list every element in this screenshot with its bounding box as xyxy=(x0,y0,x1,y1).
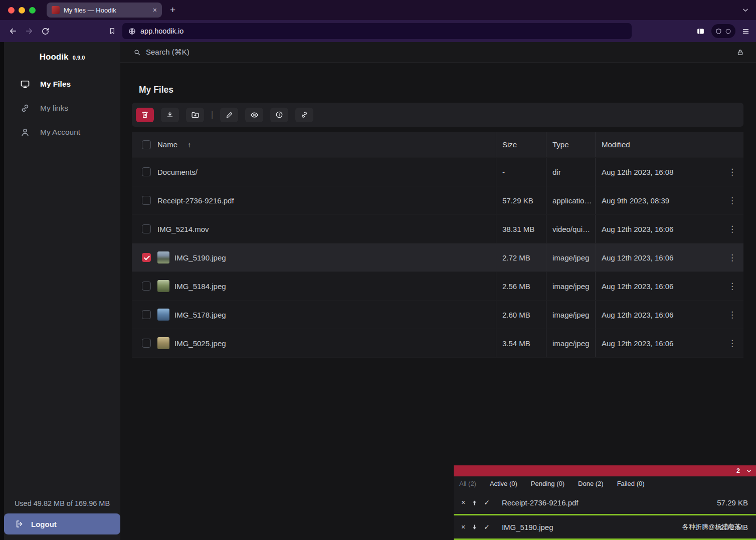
transfers-tabs: All (2) Active (0) Pending (0) Done (2) … xyxy=(454,476,756,491)
page-title: My Files xyxy=(139,85,743,95)
sidebar-item-my-files[interactable]: My Files xyxy=(4,72,120,96)
row-menu-button[interactable]: ⋮ xyxy=(721,243,743,272)
row-menu-button[interactable]: ⋮ xyxy=(721,272,743,300)
row-checkbox[interactable] xyxy=(142,167,151,176)
brand-name: Hoodik xyxy=(40,52,69,62)
preview-button[interactable] xyxy=(245,108,263,122)
zoom-window-button[interactable] xyxy=(29,7,36,14)
column-header-modified[interactable]: Modified xyxy=(595,132,721,157)
logout-icon xyxy=(15,519,24,528)
cancel-transfer-icon[interactable]: × xyxy=(461,498,465,506)
sort-ascending-icon: ↑ xyxy=(187,141,191,149)
files-table-header: Name ↑ Size Type Modified xyxy=(132,132,743,158)
bookmark-icon[interactable] xyxy=(108,27,116,35)
file-name: IMG_5190.jpeg xyxy=(174,253,226,262)
reload-button[interactable] xyxy=(38,24,52,38)
sidebar-item-my-links[interactable]: My links xyxy=(4,96,120,120)
download-button[interactable] xyxy=(161,108,179,122)
back-button[interactable] xyxy=(6,24,20,38)
browser-titlebar: My files — Hoodik × + xyxy=(0,0,756,20)
table-row[interactable]: Documents/ - dir Aug 12th 2023, 16:08 ⋮ xyxy=(132,158,743,186)
sidebar-nav: My Files My links My Account xyxy=(4,72,120,144)
file-type: video/qui… xyxy=(546,215,595,243)
tab-failed[interactable]: Failed (0) xyxy=(617,480,645,487)
transfer-file-name: Receipt-2736-9216.pdf xyxy=(495,498,711,507)
logout-button[interactable]: Logout xyxy=(4,513,120,534)
browser-toolbar: app.hoodik.io xyxy=(0,20,756,42)
toolbar-separator: | xyxy=(211,110,213,119)
file-type: dir xyxy=(546,158,595,186)
file-name: Receipt-2736-9216.pdf xyxy=(157,196,234,205)
row-menu-button[interactable]: ⋮ xyxy=(721,186,743,214)
tab-pending[interactable]: Pending (0) xyxy=(531,480,564,487)
tab-active[interactable]: Active (0) xyxy=(490,480,517,487)
collapse-chevron-icon[interactable] xyxy=(746,468,752,474)
column-header-name[interactable]: Name ↑ xyxy=(153,132,496,157)
file-modified: Aug 12th 2023, 16:06 xyxy=(595,272,721,300)
row-menu-button[interactable]: ⋮ xyxy=(721,329,743,357)
transfers-panel: 2 All (2) Active (0) Pending (0) Done (2… xyxy=(454,465,756,540)
row-checkbox[interactable] xyxy=(142,310,151,319)
new-folder-button[interactable] xyxy=(186,108,204,122)
new-tab-button[interactable]: + xyxy=(170,5,175,16)
file-size: - xyxy=(496,158,546,186)
file-type: image/jpeg xyxy=(546,272,595,300)
extensions-pill[interactable] xyxy=(711,24,735,38)
table-row[interactable]: Receipt-2736-9216.pdf 57.29 KB applicati… xyxy=(132,186,743,215)
storage-usage-text: Used 49.82 MB of 169.96 MB xyxy=(4,499,120,507)
sidebar-item-label: My links xyxy=(40,104,68,113)
search-bar[interactable]: Search (⌘K) xyxy=(120,42,756,63)
sidebar-toggle-icon[interactable] xyxy=(696,27,705,36)
rename-button[interactable] xyxy=(220,108,238,122)
row-checkbox-checked[interactable] xyxy=(142,253,151,262)
brand-version: 0.9.0 xyxy=(73,55,85,61)
row-menu-button[interactable]: ⋮ xyxy=(721,158,743,186)
files-content: My Files | xyxy=(120,63,756,358)
tab-done[interactable]: Done (2) xyxy=(578,480,604,487)
lock-icon[interactable] xyxy=(736,49,744,56)
done-check-icon: ✓ xyxy=(484,498,490,506)
file-size: 57.29 KB xyxy=(496,186,546,214)
row-menu-button[interactable]: ⋮ xyxy=(721,301,743,329)
close-window-button[interactable] xyxy=(8,7,15,14)
delete-button[interactable] xyxy=(136,108,154,122)
tab-close-icon[interactable]: × xyxy=(153,6,157,14)
table-row-selected[interactable]: IMG_5190.jpeg 2.72 MB image/jpeg Aug 12t… xyxy=(132,243,743,272)
file-name: IMG_5025.jpeg xyxy=(174,339,226,348)
minimize-window-button[interactable] xyxy=(19,7,25,14)
cancel-transfer-icon[interactable]: × xyxy=(461,523,465,531)
link-icon xyxy=(20,103,30,113)
file-thumbnail xyxy=(157,280,169,292)
table-row[interactable]: IMG_5025.jpeg 3.54 MB image/jpeg Aug 12t… xyxy=(132,329,743,358)
row-checkbox[interactable] xyxy=(142,224,151,233)
row-checkbox[interactable] xyxy=(142,196,151,205)
column-header-size[interactable]: Size xyxy=(496,132,546,157)
select-all-checkbox[interactable] xyxy=(142,140,151,149)
column-header-type[interactable]: Type xyxy=(546,132,595,157)
row-menu-button[interactable]: ⋮ xyxy=(721,215,743,243)
menu-icon[interactable] xyxy=(741,28,750,35)
row-checkbox[interactable] xyxy=(142,339,151,348)
row-checkbox[interactable] xyxy=(142,282,151,291)
file-type: image/jpeg xyxy=(546,329,595,357)
search-icon xyxy=(133,49,141,56)
person-icon xyxy=(20,127,30,137)
share-link-button[interactable] xyxy=(295,108,313,122)
sidebar-item-label: My Account xyxy=(40,128,80,137)
tab-list-chevron-icon[interactable] xyxy=(742,7,749,14)
transfers-header[interactable]: 2 xyxy=(454,465,756,476)
download-arrow-icon xyxy=(471,523,478,531)
browser-tab[interactable]: My files — Hoodik × xyxy=(47,3,162,18)
table-row[interactable]: IMG_5214.mov 38.31 MB video/qui… Aug 12t… xyxy=(132,215,743,243)
url-bar[interactable]: app.hoodik.io xyxy=(122,23,632,39)
tab-all[interactable]: All (2) xyxy=(459,480,476,487)
sidebar-item-my-account[interactable]: My Account xyxy=(4,120,120,144)
info-button[interactable] xyxy=(270,108,288,122)
file-thumbnail xyxy=(157,309,169,321)
table-row[interactable]: IMG_5184.jpeg 2.56 MB image/jpeg Aug 12t… xyxy=(132,272,743,301)
monitor-icon xyxy=(20,79,30,89)
file-size: 2.60 MB xyxy=(496,301,546,329)
forward-button[interactable] xyxy=(22,24,36,38)
table-row[interactable]: IMG_5178.jpeg 2.60 MB image/jpeg Aug 12t… xyxy=(132,301,743,329)
file-modified: Aug 12th 2023, 16:06 xyxy=(595,301,721,329)
